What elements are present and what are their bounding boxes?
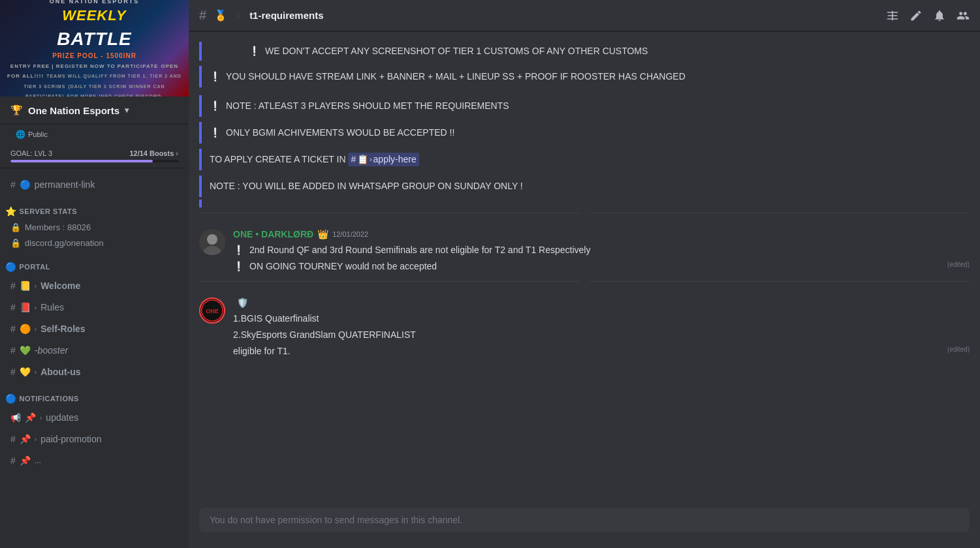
channel-item-self-roles[interactable]: # 🟠 › Self-Roles [5,318,183,339]
boost-progress-bar [10,160,178,162]
main-content: # 🏅 › t1-requirements ❕ WE DON'T ACCEPT … [189,0,980,548]
chevron-icon: › [35,436,37,443]
category-notifications[interactable]: 🔵 Notifications [0,383,189,406]
hash-icon: # [10,179,16,190]
message-content-darkl: ONE • DARKLØRÐ 👑 12/01/2022 ❕ 2nd Round … [233,229,970,275]
channel-item-more[interactable]: # 📌 ... [5,450,183,471]
message-line-darkl-2: ❕ ON GOING TOURNEY would not be accepted… [233,258,970,275]
globe-icon: 🌐 [16,130,25,139]
message-line: ❕ YOU SHOULD HAVE STREAM LINK + BANNER +… [210,68,962,85]
message-input-box: You do not have permission to send messa… [199,508,970,532]
trophy-icon: 🏅 [214,9,227,22]
chevron-icon: › [35,326,37,333]
members-icon[interactable] [956,9,970,22]
avatar-sid: ONE [199,297,225,324]
message-line-sid-3: eligible for T1. (edited) [233,343,970,359]
edited-tag: (edited) [947,260,970,269]
exclamation-icon: ❕ [210,70,221,84]
date-divider-jan23 [189,276,980,287]
message-darkl: ONE • DARKLØRÐ 👑 12/01/2022 ❕ 2nd Round … [189,219,980,276]
lock-icon: 🔒 [10,222,21,232]
message-line-sid-2: 2.SkyEsports GrandSlam QUATERFINALIST [233,327,970,343]
messages-area: ❕ WE DON'T ACCEPT ANY SCREENSHOT OF TIER… [189,31,980,508]
bgmi-section: ❕ ONLY BGMI ACHIVEMENTS WOULD BE ACCEPTE… [199,122,970,144]
channel-item-paid-promotion[interactable]: # 📌 › paid-promotion [5,429,183,449]
chevron-icon: › [35,369,37,376]
channel-item-booster[interactable]: # 💚 -booster [5,340,183,361]
server-name-bar[interactable]: 🏆 One Nation Esports ▾ [0,97,189,125]
boost-bar: GOAL: LVL 3 12/14 Boosts › [0,144,189,168]
server-header[interactable]: ONE NATION ESPORTS WEEKLY BATTLE PRIZE P… [0,0,189,97]
message-top-continued: ❕ WE DON'T ACCEPT ANY SCREENSHOT OF TIER… [199,42,970,61]
hash-icon: # [10,434,16,444]
channel-emoji: 🔵 [20,179,31,190]
message-line: NOTE : YOU WILL BE ADDED IN WHATSAPP GRO… [210,178,962,194]
channel-mention-apply-here[interactable]: # 📋 › apply-here [348,153,419,166]
edit-icon[interactable] [909,9,923,22]
chevron-icon: › [370,155,371,164]
stat-discord-link: 🔒 discord.gg/onenation [5,236,183,251]
channel-item-permanent-link[interactable]: # 🔵 permanent-link [5,174,183,195]
svg-rect-0 [887,12,898,13]
message-spacer [189,361,980,497]
header-actions [886,9,970,22]
message-line: ❕ NOTE : ATLEAST 3 PLAYERS SHOULD MET TH… [210,98,962,114]
public-badge-area: 🌐 Public [0,125,189,144]
server-icon: 🏆 [10,104,23,116]
channel-item-rules[interactable]: # 📕 › Rules [5,297,183,318]
category-portal[interactable]: 🔵 Portal [0,251,189,275]
public-badge[interactable]: 🌐 Public [10,127,178,142]
hash-icon: # [10,367,16,377]
date-divider-jan12 [189,207,980,219]
apply-ticket-section: TO APPLY CREATE A TICKET IN # 📋 › apply-… [199,149,970,170]
server-banner: ONE NATION ESPORTS WEEKLY BATTLE PRIZE P… [0,0,189,97]
message-line-sid-1: 1.BGIS Quaterfinalist [233,311,970,327]
boost-progress-fill [10,160,153,162]
channel-item-updates[interactable]: 📢 📌 › updates [5,407,183,428]
server-name: 🏆 One Nation Esports ▾ [10,104,129,116]
chevron-icon: › [35,282,37,290]
avatar-darkl [199,229,225,255]
hash-icon: # [10,455,16,466]
exclamation-icon: ❕ [233,243,244,257]
whatsapp-note-section: NOTE : YOU WILL BE ADDED IN WHATSAPP GRO… [199,175,970,197]
message-line: ❕ WE DON'T ACCEPT ANY SCREENSHOT OF TIER… [249,43,959,59]
chevron-right-icon: › [176,149,178,157]
server-banner-content: ONE NATION ESPORTS WEEKLY BATTLE PRIZE P… [0,0,189,97]
shield-icon: 🛡️ [237,297,248,308]
channel-emoji-icon: 📋 [357,153,368,166]
exclamation-icon: ❕ [210,99,221,113]
channel-emoji: 📕 [20,302,31,312]
channel-header: # 🏅 › t1-requirements [189,0,980,31]
category-server-stats[interactable]: ⭐ SERVER STATS [0,196,189,219]
svg-rect-1 [887,18,898,20]
chevron-down-icon: ▾ [125,106,129,115]
author-line-darkl: ONE • DARKLØRÐ 👑 12/01/2022 [233,229,970,239]
channel-item-welcome[interactable]: # 📒 › Welcome [5,275,183,296]
hash-icon: # [10,345,16,356]
message-input-area: You do not have permission to send messa… [189,508,980,548]
channel-item-about-us[interactable]: # 💛 › About-us [5,361,183,382]
pin-icon: 📌 [25,412,36,423]
divider: › [236,8,240,22]
star-icon: ⭐ [5,206,17,217]
boost-text: GOAL: LVL 3 12/14 Boosts › [10,149,178,157]
chevron-icon: › [35,304,37,311]
lock-icon: 🔒 [10,238,21,248]
hash-icon: # [10,324,16,334]
message-line: ❕ ONLY BGMI ACHIVEMENTS WOULD BE ACCEPTE… [210,125,962,141]
hash-icon: # [10,302,16,312]
author-line-sid: 🛡️ [233,297,970,308]
megaphone-icon: 📢 [10,413,21,423]
channel-emoji: 📒 [20,281,31,291]
channel-emoji: 💚 [20,345,31,356]
hash-icon: # [10,281,16,291]
exclamation-icon: ❕ [249,44,260,58]
stream-link-section: ❕ YOU SHOULD HAVE STREAM LINK + BANNER +… [199,66,970,87]
hash-icon: # [199,8,206,23]
hash-icon: # [351,153,356,166]
notification-bell-icon[interactable] [933,9,946,22]
exclamation-icon: ❕ [233,260,244,273]
add-channel-icon[interactable] [886,9,899,22]
apply-line: TO APPLY CREATE A TICKET IN # 📋 › apply-… [210,151,962,168]
